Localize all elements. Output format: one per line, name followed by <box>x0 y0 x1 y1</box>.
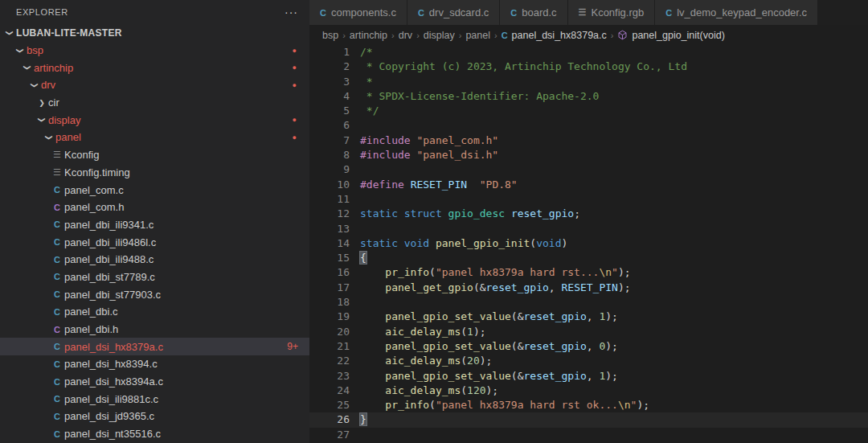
line-content[interactable]: * <box>360 75 373 89</box>
error-dot-badge: ● <box>293 64 297 72</box>
token-brm: { <box>360 252 366 264</box>
tree-file-panel_dbi.c[interactable]: Cpanel_dbi.c <box>0 303 309 321</box>
line-content[interactable]: #define RESET_PIN "PD.8" <box>360 178 518 192</box>
tree-file-panel_dsi_nt35516.c[interactable]: Cpanel_dsi_nt35516.c <box>0 425 309 443</box>
line-number: 20 <box>309 325 350 339</box>
tab-Kconfig.rgb[interactable]: ☰Kconfig.rgb <box>568 0 656 25</box>
token-fn: pr_info <box>385 266 429 278</box>
line-number: 9 <box>309 162 350 177</box>
line-content[interactable]: static void panel_gpio_init(void) <box>360 236 567 251</box>
token-pl: ); <box>486 384 499 396</box>
c-file-icon: C <box>50 289 64 299</box>
line-content[interactable]: * Copyright (c) 2023, Artinchip Technolo… <box>360 59 687 74</box>
breadcrumb-item-bsp[interactable]: bsp <box>322 30 338 41</box>
line-content[interactable]: panel_get_gpio(&reset_gpio, RESET_PIN); <box>360 281 631 295</box>
line-number: 12 <box>309 207 350 221</box>
c-file-icon: C <box>418 8 424 18</box>
line-content[interactable]: #include "panel_com.h" <box>360 133 498 148</box>
line-content[interactable]: aic_delay_ms(120); <box>360 384 498 398</box>
token-nm: 120 <box>467 384 485 396</box>
line-number: 8 <box>309 148 350 162</box>
token-pl <box>429 237 436 249</box>
tree-folder-cir[interactable]: ❯cir <box>0 94 309 112</box>
explorer-sidebar: EXPLORER ··· ❯LUBAN-LITE-MASTER❯bsp●❯art… <box>0 0 309 443</box>
tree-folder-artinchip[interactable]: ❯artinchip● <box>0 59 309 76</box>
line-content[interactable]: panel_gpio_set_value(&reset_gpio, 1); <box>360 369 618 384</box>
tree-folder-display[interactable]: ❯display● <box>0 111 309 129</box>
breadcrumb-item-panel[interactable]: panel <box>465 30 490 41</box>
code-line-7: 7#include "panel_com.h" <box>309 133 868 148</box>
breadcrumb-file[interactable]: Cpanel_dsi_hx8379a.c <box>502 30 607 41</box>
tree-file-panel_dsi_ili9881c.c[interactable]: Cpanel_dsi_ili9881c.c <box>0 390 309 408</box>
tree-file-Kconfig[interactable]: ☰Kconfig <box>0 146 309 164</box>
token-vr: reset_gpio <box>524 370 587 382</box>
line-content[interactable]: panel_gpio_set_value(&reset_gpio, 1); <box>360 310 618 324</box>
c-file-icon: C <box>665 8 672 18</box>
tree-file-panel_com.h[interactable]: Cpanel_com.h <box>0 199 309 216</box>
error-dot-badge: ● <box>293 133 297 142</box>
line-content[interactable]: static struct gpio_desc reset_gpio; <box>360 207 580 221</box>
code-line-8: 8#include "panel_dsi.h" <box>309 148 868 162</box>
tree-file-panel_dbi_st77903.c[interactable]: Cpanel_dbi_st77903.c <box>0 285 309 303</box>
code-line-3: 3 * <box>309 75 868 89</box>
token-fn: panel_gpio_set_value <box>385 310 511 322</box>
breadcrumb-item-drv[interactable]: drv <box>399 30 412 41</box>
tab-label: lv_demo_keypad_encoder.c <box>677 6 807 18</box>
line-content[interactable]: } <box>360 412 366 427</box>
code-line-17: 17 panel_get_gpio(&reset_gpio, RESET_PIN… <box>309 281 868 295</box>
tree-file-panel_dsi_hx8394.c[interactable]: Cpanel_dsi_hx8394.c <box>0 355 309 373</box>
code-line-10: 10#define RESET_PIN "PD.8" <box>309 178 868 192</box>
token-kw: struct <box>404 207 442 219</box>
explorer-header: EXPLORER ··· <box>0 0 309 24</box>
tree-file-panel_dbi_st7789.c[interactable]: Cpanel_dbi_st7789.c <box>0 269 309 286</box>
tree-folder-panel[interactable]: ❯panel● <box>0 129 309 146</box>
tab-board.c[interactable]: Cboard.c <box>500 0 567 25</box>
line-content[interactable]: pr_info("panel hx8379a hard rst...\n"); <box>360 265 631 280</box>
code-line-12: 12static struct gpio_desc reset_gpio; <box>309 207 868 221</box>
token-pl <box>398 237 404 249</box>
code-line-25: 25 pr_info("panel hx8379a hard rst ok...… <box>309 398 868 412</box>
tree-file-panel_dsi_hx8394a.c[interactable]: Cpanel_dsi_hx8394a.c <box>0 373 309 391</box>
tab-lv_demo_keypad_encoder.c[interactable]: Clv_demo_keypad_encoder.c <box>655 0 818 25</box>
token-cm: */ <box>360 105 379 117</box>
tab-drv_sdcard.c[interactable]: Cdrv_sdcard.c <box>407 0 500 25</box>
line-content[interactable]: { <box>360 251 366 265</box>
kconfig-list-icon: ☰ <box>50 167 64 178</box>
line-content[interactable]: panel_gpio_set_value(&reset_gpio, 0); <box>360 339 618 354</box>
tree-item-label: Kconfig.timing <box>64 166 130 178</box>
tree-root-LUBAN-LITE-MASTER[interactable]: ❯LUBAN-LITE-MASTER <box>0 24 309 42</box>
line-content[interactable]: aic_delay_ms(1); <box>360 325 486 339</box>
tab-components.c[interactable]: Ccomponents.c <box>309 0 407 25</box>
code-editor[interactable]: 1/*2 * Copyright (c) 2023, Artinchip Tec… <box>309 45 868 443</box>
tree-file-panel_com.c[interactable]: Cpanel_com.c <box>0 181 309 199</box>
line-content[interactable]: * SPDX-License-Identifier: Apache-2.0 <box>360 89 599 104</box>
tree-file-panel_dbi_ili9488.c[interactable]: Cpanel_dbi_ili9488.c <box>0 251 309 269</box>
line-content[interactable]: /* <box>360 45 373 59</box>
line-content[interactable]: */ <box>360 104 379 118</box>
line-content[interactable]: #include "panel_dsi.h" <box>360 148 498 162</box>
token-pp: #define <box>360 178 404 191</box>
tab-label: board.c <box>522 6 556 18</box>
line-content[interactable]: pr_info("panel hx8379a hard rst ok...\n"… <box>360 398 649 412</box>
tree-item-label: panel_dsi_hx8394a.c <box>64 375 163 388</box>
tree-folder-bsp[interactable]: ❯bsp● <box>0 42 309 59</box>
c-file-icon: C <box>50 429 64 439</box>
breadcrumb-item-display[interactable]: display <box>424 30 455 41</box>
tree-item-label: cir <box>48 96 59 109</box>
tree-file-Kconfig.timing[interactable]: ☰Kconfig.timing <box>0 164 309 182</box>
token-pl: ); <box>618 281 631 293</box>
token-pl <box>360 384 385 396</box>
tree-file-panel_dbi.h[interactable]: Cpanel_dbi.h <box>0 321 309 338</box>
tree-file-panel_dbi_ili9486l.c[interactable]: Cpanel_dbi_ili9486l.c <box>0 233 309 251</box>
more-actions-button[interactable]: ··· <box>285 6 298 18</box>
chevron-right-icon: ❯ <box>35 99 48 107</box>
line-number: 13 <box>309 222 350 236</box>
line-content[interactable]: aic_delay_ms(20); <box>360 354 492 368</box>
tree-file-panel_dbi_ili9341.c[interactable]: Cpanel_dbi_ili9341.c <box>0 216 309 234</box>
tree-file-panel_dsi_hx8379a.c[interactable]: Cpanel_dsi_hx8379a.c9+ <box>0 338 309 355</box>
token-st: "panel_dsi.h" <box>416 149 498 161</box>
breadcrumb-item-artinchip[interactable]: artinchip <box>350 30 387 41</box>
tree-file-panel_dsi_jd9365.c[interactable]: Cpanel_dsi_jd9365.c <box>0 408 309 425</box>
breadcrumb-symbol[interactable]: panel_gpio_init(void) <box>617 30 724 41</box>
tree-folder-drv[interactable]: ❯drv● <box>0 76 309 94</box>
